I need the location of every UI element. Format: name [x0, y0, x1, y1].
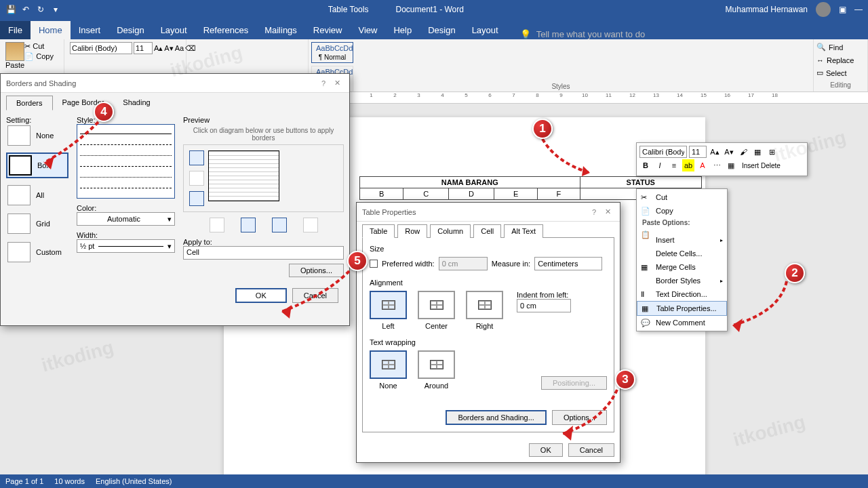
- bs-tab-borders[interactable]: Borders: [6, 96, 53, 110]
- ctx-cut[interactable]: ✂Cut: [637, 190, 727, 204]
- status-words[interactable]: 10 words: [54, 477, 85, 485]
- applyto-combo[interactable]: Cell: [183, 246, 344, 260]
- border-left-btn[interactable]: [241, 218, 256, 232]
- ctx-table-properties[interactable]: ▦Table Properties...: [637, 301, 727, 316]
- ctx-merge-cells[interactable]: ▦Merge Cells: [637, 260, 727, 274]
- mini-format-painter-icon[interactable]: 🖌: [737, 146, 749, 158]
- mini-autofit-icon[interactable]: ⊞: [766, 146, 778, 158]
- mini-bold-icon[interactable]: B: [639, 159, 652, 171]
- tab-help[interactable]: Help: [385, 21, 420, 39]
- grow-font-icon[interactable]: A▴: [154, 43, 163, 54]
- tab-mailings[interactable]: Mailings: [256, 21, 305, 39]
- measure-combo[interactable]: Centimeters: [534, 257, 602, 270]
- color-label: Color:: [77, 204, 175, 212]
- mini-more-icon[interactable]: ⋯: [711, 159, 723, 171]
- styles-gallery[interactable]: AaBbCcDd¶ Normal AaBbCcDd¶ No Spac... Aa…: [309, 39, 814, 92]
- border-top-btn[interactable]: [189, 150, 204, 165]
- tab-tt-design[interactable]: Design: [420, 21, 463, 39]
- mini-delete-button[interactable]: Delete: [761, 162, 781, 169]
- ctx-insert[interactable]: Insert▸: [637, 233, 727, 247]
- mini-font-combo[interactable]: [639, 146, 687, 158]
- indent-spinner[interactable]: 0 cm: [517, 299, 571, 312]
- close-icon[interactable]: ✕: [601, 207, 614, 216]
- mini-fontcolor-icon[interactable]: A: [696, 159, 709, 171]
- copy-button[interactable]: 📄 Copy: [24, 52, 54, 61]
- align-left[interactable]: Left: [370, 291, 407, 330]
- qatoolbar-dropdown-icon[interactable]: ▾: [50, 4, 61, 15]
- minimize-icon[interactable]: —: [854, 5, 863, 14]
- tab-review[interactable]: Review: [305, 21, 351, 39]
- setting-all[interactable]: All: [6, 184, 68, 207]
- svg-marker-2: [563, 426, 573, 441]
- border-diag2-btn[interactable]: [303, 218, 318, 232]
- undo-icon[interactable]: ↶: [20, 4, 31, 15]
- mini-border-icon[interactable]: ▦: [751, 146, 764, 158]
- border-diag1-btn[interactable]: [210, 218, 224, 232]
- paste-button[interactable]: Paste: [5, 42, 24, 69]
- borders-shading-button[interactable]: Borders and Shading...: [446, 410, 547, 425]
- tp-tab-column[interactable]: Column: [430, 224, 471, 238]
- setting-grid[interactable]: Grid: [6, 212, 68, 235]
- border-bottom-btn[interactable]: [189, 191, 204, 206]
- font-size-combo[interactable]: [134, 42, 153, 54]
- tp-ok-button[interactable]: OK: [529, 443, 563, 457]
- ctx-border-styles[interactable]: Border Styles▸: [637, 274, 727, 287]
- ctx-new-comment[interactable]: 💬New Comment: [637, 316, 727, 329]
- help-icon[interactable]: ?: [587, 208, 601, 216]
- mini-align-icon[interactable]: ≡: [668, 159, 680, 171]
- shrink-font-icon[interactable]: A▾: [164, 43, 173, 54]
- tp-tab-alttext[interactable]: Alt Text: [504, 224, 543, 238]
- width-spinner[interactable]: 0 cm: [439, 257, 488, 270]
- tp-tab-table[interactable]: Table: [362, 224, 395, 238]
- ctx-delete-cells[interactable]: Delete Cells...: [637, 247, 727, 260]
- mini-insert-button[interactable]: Insert: [742, 162, 759, 169]
- replace-button[interactable]: ↔ Replace: [816, 56, 865, 65]
- tellme-placeholder[interactable]: Tell me what you want to do: [536, 29, 645, 39]
- bs-tab-shading[interactable]: Shading: [113, 96, 159, 110]
- bs-help-icon[interactable]: ?: [317, 79, 330, 87]
- ribbon-display-icon[interactable]: ▣: [839, 5, 846, 14]
- align-center[interactable]: Center: [418, 291, 455, 330]
- mini-fontsize-combo[interactable]: [689, 146, 707, 158]
- tp-tab-cell[interactable]: Cell: [473, 224, 501, 238]
- redo-icon[interactable]: ↻: [35, 4, 46, 15]
- change-case-icon[interactable]: Aa: [175, 43, 184, 54]
- mini-shade-icon[interactable]: ▦: [725, 159, 737, 171]
- tab-insert[interactable]: Insert: [71, 21, 109, 39]
- cut-button[interactable]: ✂ Cut: [24, 42, 54, 51]
- ctx-copy[interactable]: 📄Copy: [637, 204, 727, 218]
- preferred-width-checkbox[interactable]: [370, 260, 378, 268]
- tab-home[interactable]: Home: [31, 21, 71, 39]
- ctx-paste-keep-source[interactable]: 📋: [637, 228, 727, 233]
- wrap-around[interactable]: Around: [418, 350, 455, 390]
- color-combo[interactable]: Automatic▾: [77, 212, 175, 226]
- bs-close-icon[interactable]: ✕: [330, 79, 344, 87]
- mini-grow-font-icon[interactable]: A▴: [709, 146, 721, 158]
- save-icon[interactable]: 💾: [5, 4, 16, 15]
- tp-cancel-button[interactable]: Cancel: [568, 443, 614, 457]
- tab-references[interactable]: References: [195, 21, 256, 39]
- mini-shrink-font-icon[interactable]: A▾: [723, 146, 735, 158]
- setting-custom[interactable]: Custom: [6, 241, 68, 264]
- wrap-none[interactable]: None: [370, 350, 407, 390]
- preview-diagram[interactable]: [208, 150, 279, 201]
- tab-tt-layout[interactable]: Layout: [464, 21, 507, 39]
- find-button[interactable]: 🔍 Find: [816, 42, 865, 52]
- ctx-text-direction[interactable]: ⅡText Direction...: [637, 287, 727, 301]
- font-name-combo[interactable]: [70, 42, 132, 54]
- tp-tab-row[interactable]: Row: [397, 224, 427, 238]
- tab-layout[interactable]: Layout: [153, 21, 195, 39]
- align-right[interactable]: Right: [466, 291, 503, 330]
- tab-design[interactable]: Design: [108, 21, 152, 39]
- border-hmid-btn[interactable]: [189, 171, 204, 186]
- status-page[interactable]: Page 1 of 1: [5, 477, 43, 485]
- select-button[interactable]: ▭ Select: [816, 68, 865, 78]
- tab-file[interactable]: File: [0, 21, 31, 39]
- width-combo[interactable]: ½ pt▾: [77, 239, 175, 253]
- tab-view[interactable]: View: [350, 21, 385, 39]
- border-right-btn[interactable]: [272, 218, 287, 232]
- mini-highlight-icon[interactable]: ab: [682, 159, 694, 171]
- mini-italic-icon[interactable]: I: [654, 159, 666, 171]
- status-lang[interactable]: English (United States): [96, 477, 172, 485]
- user-avatar-icon[interactable]: [816, 2, 831, 17]
